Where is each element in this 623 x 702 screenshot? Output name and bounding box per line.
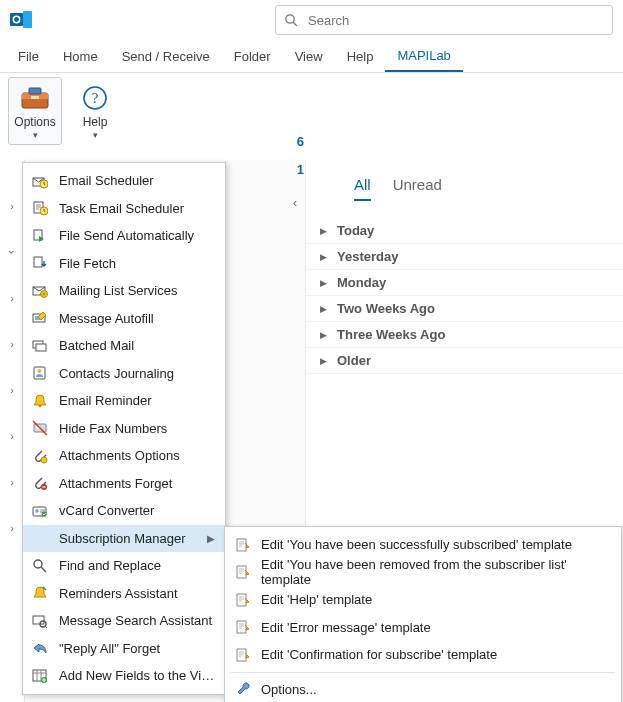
options-menu-item[interactable]: Add New Fields to the View xyxy=(23,662,225,690)
svg-rect-34 xyxy=(33,616,44,624)
options-menu-item-label: Message Search Assistant xyxy=(59,613,215,628)
search-input[interactable] xyxy=(306,12,604,29)
menu-file[interactable]: File xyxy=(6,40,51,72)
submenu-item[interactable]: Edit 'You have been removed from the sub… xyxy=(225,559,621,587)
reply-forget-icon xyxy=(31,639,49,657)
svg-point-19 xyxy=(43,292,46,295)
clock-task-icon xyxy=(31,199,49,217)
ribbon-options-label: Options xyxy=(14,116,55,128)
options-menu-item[interactable]: Mailing List Services xyxy=(23,277,225,305)
svg-rect-40 xyxy=(237,594,246,606)
timeline-group[interactable]: ▶Older xyxy=(306,348,623,374)
blank-icon xyxy=(31,529,49,547)
svg-point-33 xyxy=(34,560,42,568)
timeline-group[interactable]: ▶Yesterday xyxy=(306,244,623,270)
options-menu-item-label: vCard Converter xyxy=(59,503,215,518)
collapse-icon[interactable]: ‹ xyxy=(293,196,297,210)
options-menu-item-label: Task Email Scheduler xyxy=(59,201,215,216)
vcard-icon xyxy=(31,502,49,520)
menu-help[interactable]: Help xyxy=(335,40,386,72)
filter-tab-all[interactable]: All xyxy=(354,176,371,201)
options-menu-item[interactable]: File Fetch xyxy=(23,250,225,278)
chevron-right-icon[interactable]: › xyxy=(10,476,14,488)
msg-search-icon xyxy=(31,612,49,630)
ribbon-options-button[interactable]: Options ▾ xyxy=(8,77,62,145)
subscription-manager-submenu: Edit 'You have been successfully subscri… xyxy=(224,526,622,702)
options-menu-item[interactable]: Find and Replace xyxy=(23,552,225,580)
options-menu-item-label: Hide Fax Numbers xyxy=(59,421,215,436)
options-menu-item[interactable]: "Reply All" Forget xyxy=(23,635,225,663)
chevron-right-icon: ▶ xyxy=(320,252,327,262)
svg-rect-42 xyxy=(237,649,246,661)
clock-mail-icon xyxy=(31,172,49,190)
chevron-right-icon: ▶ xyxy=(320,304,327,314)
timeline-group[interactable]: ▶Three Weeks Ago xyxy=(306,322,623,348)
submenu-item[interactable]: Edit 'Help' template xyxy=(225,586,621,614)
submenu-item[interactable]: Edit 'You have been successfully subscri… xyxy=(225,531,621,559)
filter-tabs: All Unread xyxy=(306,160,623,218)
options-menu-item[interactable]: File Send Automatically xyxy=(23,222,225,250)
search-box[interactable] xyxy=(275,5,613,35)
svg-rect-0 xyxy=(10,13,23,26)
options-menu-item[interactable]: Hide Fax Numbers xyxy=(23,415,225,443)
menu-folder[interactable]: Folder xyxy=(222,40,283,72)
folder-count: 1 xyxy=(260,156,304,184)
options-menu-item-label: Message Autofill xyxy=(59,311,215,326)
options-menu-item[interactable]: vCard Converter xyxy=(23,497,225,525)
submenu-item[interactable]: Edit 'Error message' template xyxy=(225,614,621,642)
options-menu-item[interactable]: Reminders Assistant xyxy=(23,580,225,608)
svg-rect-7 xyxy=(29,88,41,94)
svg-text:?: ? xyxy=(92,90,99,106)
chevron-right-icon[interactable]: › xyxy=(10,430,14,442)
timeline-group[interactable]: ▶Two Weeks Ago xyxy=(306,296,623,322)
chevron-right-icon: ▶ xyxy=(320,226,327,236)
submenu-item-label: Edit 'Confirmation for subscribe' templa… xyxy=(261,647,497,662)
svg-point-28 xyxy=(41,457,47,463)
folder-count: 6 xyxy=(260,128,304,156)
submenu-item-label: Edit 'Error message' template xyxy=(261,620,431,635)
chevron-down-icon[interactable]: › xyxy=(6,250,18,254)
chevron-right-icon[interactable]: › xyxy=(10,338,14,350)
submenu-item[interactable]: Edit 'Confirmation for subscribe' templa… xyxy=(225,641,621,669)
chevron-right-icon[interactable]: › xyxy=(10,292,14,304)
options-menu-item[interactable]: Attachments Options xyxy=(23,442,225,470)
reminder-icon xyxy=(31,392,49,410)
options-menu-item[interactable]: Task Email Scheduler xyxy=(23,195,225,223)
options-menu-item[interactable]: Attachments Forget xyxy=(23,470,225,498)
file-send-icon xyxy=(31,227,49,245)
edit-template-icon xyxy=(235,647,251,663)
batched-icon xyxy=(31,337,49,355)
wrench-icon xyxy=(235,681,251,697)
submenu-options[interactable]: Options... xyxy=(225,676,621,703)
menu-view[interactable]: View xyxy=(283,40,335,72)
chevron-right-icon[interactable]: › xyxy=(10,200,14,212)
edit-template-icon xyxy=(235,592,251,608)
autofill-icon xyxy=(31,309,49,327)
options-menu-item[interactable]: Email Reminder xyxy=(23,387,225,415)
options-menu-item[interactable]: Subscription Manager▶ xyxy=(23,525,225,553)
options-menu-item[interactable]: Email Scheduler xyxy=(23,167,225,195)
svg-rect-8 xyxy=(31,96,39,99)
options-menu-item[interactable]: Batched Mail xyxy=(23,332,225,360)
search-icon xyxy=(284,13,298,27)
options-menu-item[interactable]: Message Autofill xyxy=(23,305,225,333)
hide-fax-icon xyxy=(31,419,49,437)
ribbon-help-button[interactable]: ? Help ▾ xyxy=(68,77,122,145)
chevron-right-icon[interactable]: › xyxy=(10,522,14,534)
chevron-right-icon[interactable]: › xyxy=(10,384,14,396)
toolbox-icon xyxy=(19,82,51,114)
chevron-right-icon: ▶ xyxy=(320,330,327,340)
svg-point-3 xyxy=(286,15,294,23)
menu-send-receive[interactable]: Send / Receive xyxy=(110,40,222,72)
attach-forget-icon xyxy=(31,474,49,492)
svg-point-31 xyxy=(35,509,38,512)
menu-mapilab[interactable]: MAPILab xyxy=(385,40,462,72)
options-menu-item[interactable]: Message Search Assistant xyxy=(23,607,225,635)
timeline-group[interactable]: ▶Today xyxy=(306,218,623,244)
filter-tab-unread[interactable]: Unread xyxy=(393,176,442,199)
folder-counts: 6 1 xyxy=(260,128,304,184)
options-menu-item[interactable]: Contacts Journaling xyxy=(23,360,225,388)
timeline-group[interactable]: ▶Monday xyxy=(306,270,623,296)
menu-home[interactable]: Home xyxy=(51,40,110,72)
chevron-right-icon: ▶ xyxy=(207,533,215,544)
